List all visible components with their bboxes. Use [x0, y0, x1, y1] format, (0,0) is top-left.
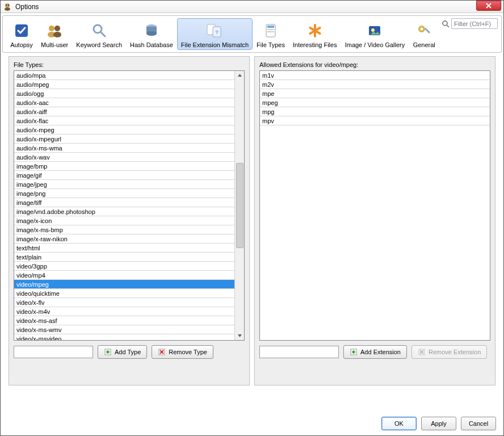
list-item[interactable]: audio/mpeg — [14, 80, 234, 89]
file-types-icon — [259, 21, 282, 40]
list-item[interactable]: mpe — [260, 89, 490, 98]
users-icon — [43, 21, 66, 40]
svg-point-1 — [5, 7, 10, 11]
plus-icon — [350, 348, 358, 356]
file-types-list[interactable]: audio/mpaaudio/mpegaudio/oggaudio/x-aaca… — [14, 71, 234, 340]
toolbar-label: Keyword Search — [76, 41, 122, 48]
list-item[interactable]: video/quicktime — [14, 289, 234, 298]
list-item[interactable]: audio/x-flac — [14, 116, 234, 125]
apply-button[interactable]: Apply — [421, 417, 456, 430]
svg-rect-19 — [267, 31, 274, 32]
list-item[interactable]: mpeg — [260, 98, 490, 107]
list-item[interactable]: video/x-msvideo — [14, 334, 234, 340]
list-item[interactable]: image/x-ms-bmp — [14, 225, 234, 234]
scroll-down-icon[interactable] — [236, 332, 244, 340]
remove-type-button[interactable]: Remove Type — [152, 345, 213, 359]
button-label: Add Extension — [360, 349, 401, 355]
list-item[interactable]: image/tiff — [14, 198, 234, 207]
cancel-button[interactable]: Cancel — [461, 417, 496, 430]
svg-rect-18 — [267, 29, 274, 30]
scroll-thumb[interactable] — [236, 163, 243, 248]
asterisk-icon — [304, 21, 326, 40]
toolbar-item-autopsy[interactable]: Autopsy — [6, 18, 37, 50]
toolbar-item-file-types[interactable]: File Types — [253, 18, 289, 50]
add-type-input[interactable] — [14, 346, 93, 358]
toolbar-item-general[interactable]: General — [409, 18, 439, 50]
allowed-extensions-list[interactable]: m1vm2vmpempegmpgmpv — [260, 71, 490, 340]
list-item[interactable]: image/x-raw-nikon — [14, 234, 234, 244]
button-label: OK — [394, 420, 404, 427]
toolbar-item-multi-user[interactable]: Multi-user — [37, 18, 72, 50]
button-label: Apply — [431, 420, 447, 427]
filter-input[interactable] — [451, 18, 498, 29]
svg-point-24 — [371, 28, 375, 32]
button-label: Cancel — [469, 420, 488, 427]
list-item[interactable]: m1v — [260, 71, 490, 80]
toolbar-item-hash-database[interactable]: Hash Database — [126, 18, 177, 50]
shield-check-icon — [10, 21, 33, 40]
list-item[interactable]: video/x-flv — [14, 298, 234, 307]
list-item[interactable]: mpg — [260, 107, 490, 116]
list-item[interactable]: image/vnd.adobe.photoshop — [14, 207, 234, 216]
list-item[interactable]: audio/x-mpegurl — [14, 135, 234, 144]
toolbar-label: File Types — [257, 41, 285, 48]
list-item[interactable]: text/html — [14, 244, 234, 253]
list-item[interactable]: audio/mpa — [14, 71, 234, 80]
remove-icon — [158, 348, 166, 356]
list-item[interactable]: image/gif — [14, 171, 234, 180]
list-item[interactable]: audio/x-ms-wma — [14, 144, 234, 153]
list-item[interactable]: audio/x-mpeg — [14, 125, 234, 135]
list-item[interactable]: text/plain — [14, 253, 234, 262]
button-label: Remove Type — [169, 349, 207, 355]
list-item[interactable]: m2v — [260, 80, 490, 89]
toolbar-item-file-extension-mismatch[interactable]: ? File Extension Mismatch — [177, 18, 253, 50]
plus-icon — [104, 348, 112, 356]
list-item[interactable]: video/x-ms-asf — [14, 316, 234, 325]
list-item[interactable]: audio/ogg — [14, 89, 234, 98]
svg-point-8 — [53, 32, 61, 37]
add-extension-button[interactable]: Add Extension — [343, 345, 407, 359]
toolbar-label: Hash Database — [130, 41, 173, 48]
remove-extension-button[interactable]: Remove Extension — [411, 345, 487, 359]
titlebar: Options — [1, 1, 503, 13]
window-title: Options — [15, 3, 39, 11]
ok-button[interactable]: OK — [381, 417, 417, 430]
close-button[interactable] — [476, 1, 501, 11]
add-type-button[interactable]: Add Type — [98, 345, 147, 359]
svg-point-6 — [54, 26, 60, 31]
list-item[interactable]: audio/x-wav — [14, 153, 234, 162]
list-item[interactable]: video/3gpp — [14, 262, 234, 271]
magnifier-icon — [88, 21, 111, 40]
toolbar-item-keyword-search[interactable]: Keyword Search — [72, 18, 126, 50]
list-item[interactable]: image/jpeg — [14, 180, 234, 189]
button-label: Add Type — [115, 349, 141, 355]
list-item[interactable]: audio/x-aac — [14, 98, 234, 107]
scrollbar-vertical[interactable] — [234, 71, 244, 340]
list-item[interactable]: video/mpeg — [14, 280, 234, 289]
toolbar-item-interesting-files[interactable]: Interesting Files — [289, 18, 341, 50]
list-item[interactable]: video/x-ms-wmv — [14, 325, 234, 334]
gear-wrench-icon — [413, 21, 435, 40]
svg-text:?: ? — [216, 30, 219, 35]
list-item[interactable]: video/x-m4v — [14, 307, 234, 316]
file-mismatch-icon: ? — [203, 21, 226, 40]
toolbar-label: Autopsy — [10, 41, 33, 48]
toolbar-label: Image / Video Gallery — [345, 41, 405, 48]
toolbar-item-image-video-gallery[interactable]: Image / Video Gallery — [341, 18, 409, 50]
list-item[interactable]: video/mp4 — [14, 271, 234, 280]
svg-point-0 — [5, 3, 10, 8]
scroll-up-icon[interactable] — [236, 71, 244, 79]
add-extension-input[interactable] — [259, 346, 339, 358]
list-item[interactable]: mpv — [260, 116, 490, 125]
allowed-extensions-list-container: m1vm2vmpempegmpgmpv — [259, 70, 490, 341]
toolbar-label: Interesting Files — [293, 41, 337, 48]
svg-point-26 — [421, 28, 423, 31]
list-item[interactable]: image/bmp — [14, 162, 234, 171]
list-item[interactable]: image/x-icon — [14, 216, 234, 225]
svg-point-2 — [6, 5, 7, 6]
svg-line-28 — [447, 25, 449, 27]
content-area: File Types: audio/mpaaudio/mpegaudio/ogg… — [9, 56, 495, 385]
toolbar-label: Multi-user — [41, 41, 68, 48]
list-item[interactable]: audio/x-aiff — [14, 107, 234, 116]
list-item[interactable]: image/png — [14, 189, 234, 198]
